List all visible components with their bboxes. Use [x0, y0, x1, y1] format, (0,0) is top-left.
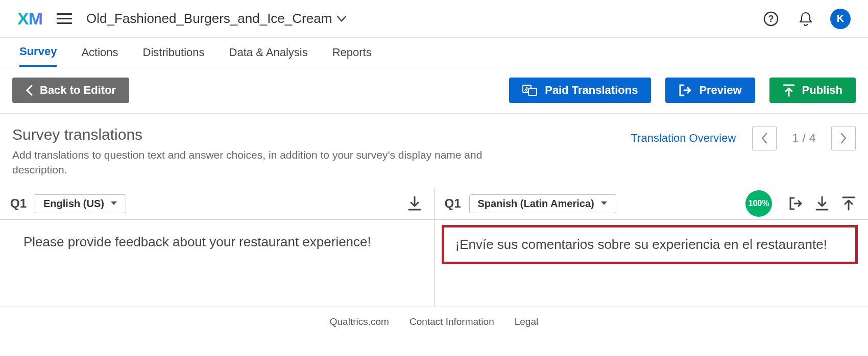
- source-language-label: English (US): [43, 198, 104, 210]
- section-title: Survey translations: [12, 126, 523, 143]
- bell-icon: [799, 11, 813, 27]
- publish-button[interactable]: Publish: [769, 78, 856, 103]
- paid-translations-label: Paid Translations: [545, 84, 638, 97]
- nav-tabs: Survey Actions Distributions Data & Anal…: [0, 38, 868, 67]
- source-column: Q1 English (US) Please provide feedback …: [0, 188, 435, 307]
- pager-indicator: 1 / 4: [792, 131, 816, 145]
- footer: Qualtrics.com Contact Information Legal: [0, 307, 868, 337]
- chevron-left-icon: [761, 133, 768, 144]
- target-language-label: Spanish (Latin America): [478, 198, 594, 210]
- source-question-id: Q1: [10, 196, 27, 211]
- logo: XM: [17, 9, 42, 29]
- completion-value: 100%: [749, 199, 769, 208]
- source-language-select[interactable]: English (US): [35, 194, 126, 213]
- topbar: XM Old_Fashioned_Burgers_and_Ice_Cream ?…: [0, 0, 868, 38]
- source-question-text: Please provide feedback about your resta…: [0, 220, 434, 263]
- tab-distributions[interactable]: Distributions: [143, 38, 205, 67]
- tab-reports[interactable]: Reports: [332, 38, 372, 67]
- export-translation-button[interactable]: [786, 194, 805, 213]
- tab-data-analysis[interactable]: Data & Analysis: [229, 38, 308, 67]
- project-dropdown[interactable]: Old_Fashioned_Burgers_and_Ice_Cream: [86, 11, 346, 27]
- download-icon: [815, 196, 829, 211]
- download-source-button[interactable]: [405, 194, 424, 213]
- back-to-editor-button[interactable]: Back to Editor: [12, 78, 129, 103]
- pager: 1 / 4: [752, 126, 856, 150]
- footer-link-contact[interactable]: Contact Information: [409, 316, 494, 327]
- project-name-label: Old_Fashioned_Burgers_and_Ice_Cream: [86, 11, 332, 27]
- download-translation-button[interactable]: [813, 194, 831, 213]
- section-description: Add translations to question text and an…: [12, 147, 523, 177]
- target-column-header: Q1 Spanish (Latin America) 100%: [435, 188, 869, 220]
- chevron-right-icon: [840, 133, 847, 144]
- caret-down-icon: [600, 201, 608, 206]
- translate-icon: あ: [522, 85, 538, 96]
- menu-icon[interactable]: [57, 12, 72, 26]
- source-column-header: Q1 English (US): [0, 188, 434, 220]
- toolbar: Back to Editor あ Paid Translations Previ…: [0, 67, 868, 114]
- footer-link-legal[interactable]: Legal: [515, 316, 539, 327]
- svg-rect-3: [528, 88, 537, 95]
- chevron-down-icon: [337, 16, 346, 22]
- help-icon: ?: [763, 11, 779, 27]
- tab-actions[interactable]: Actions: [81, 38, 118, 67]
- upload-translation-button[interactable]: [839, 194, 858, 213]
- preview-label: Preview: [699, 84, 741, 97]
- preview-icon: [679, 84, 692, 97]
- avatar-initial: K: [837, 13, 844, 24]
- chevron-left-icon: [26, 85, 33, 96]
- target-question-text[interactable]: ¡Envíe sus comentarios sobre su experien…: [442, 225, 858, 264]
- publish-label: Publish: [802, 84, 842, 97]
- translation-overview-link[interactable]: Translation Overview: [631, 132, 736, 145]
- tab-survey[interactable]: Survey: [19, 38, 57, 67]
- section-header: Survey translations Add translations to …: [0, 114, 868, 188]
- pager-prev-button[interactable]: [752, 126, 777, 150]
- caret-down-icon: [110, 201, 117, 206]
- export-icon: [788, 196, 803, 211]
- avatar[interactable]: K: [830, 9, 851, 29]
- upload-icon: [842, 196, 855, 211]
- paid-translations-button[interactable]: あ Paid Translations: [509, 78, 651, 103]
- notifications-button[interactable]: [795, 9, 816, 29]
- translation-area: Q1 English (US) Please provide feedback …: [0, 188, 868, 307]
- svg-text:?: ?: [768, 14, 774, 24]
- help-button[interactable]: ?: [761, 9, 781, 29]
- publish-icon: [783, 84, 795, 97]
- download-icon: [408, 196, 421, 211]
- footer-link-qualtrics[interactable]: Qualtrics.com: [330, 316, 389, 327]
- preview-button[interactable]: Preview: [665, 78, 755, 103]
- back-to-editor-label: Back to Editor: [40, 84, 116, 97]
- completion-badge[interactable]: 100%: [745, 190, 772, 217]
- svg-text:あ: あ: [524, 86, 529, 92]
- target-language-select[interactable]: Spanish (Latin America): [469, 194, 616, 213]
- target-question-id: Q1: [445, 196, 461, 211]
- pager-next-button[interactable]: [831, 126, 856, 150]
- target-column: Q1 Spanish (Latin America) 100%: [435, 188, 869, 307]
